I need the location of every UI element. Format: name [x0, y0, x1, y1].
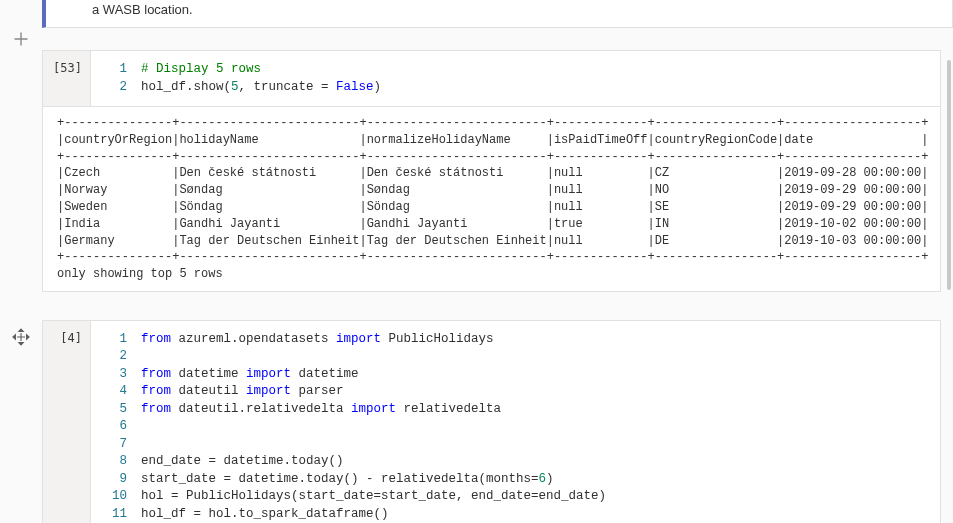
- info-banner: a WASB location.: [42, 0, 953, 28]
- code-content[interactable]: from datetime import datetime: [141, 366, 359, 384]
- code-line[interactable]: 4from dateutil import parser: [103, 383, 928, 401]
- code-line[interactable]: 7: [103, 436, 928, 454]
- add-cell-above[interactable]: [0, 28, 953, 50]
- scrollbar[interactable]: [947, 60, 951, 290]
- line-number: 6: [103, 418, 127, 436]
- code-content[interactable]: from dateutil import parser: [141, 383, 344, 401]
- line-number: 10: [103, 488, 127, 506]
- line-number: 9: [103, 471, 127, 489]
- line-number: 1: [103, 331, 127, 349]
- code-cell[interactable]: [53] 1# Display 5 rows2hol_df.show(5, tr…: [42, 50, 941, 107]
- code-line[interactable]: 1from azureml.opendatasets import Public…: [103, 331, 928, 349]
- code-line[interactable]: 1# Display 5 rows: [103, 61, 928, 79]
- line-number: 11: [103, 506, 127, 523]
- line-number: 5: [103, 401, 127, 419]
- code-content[interactable]: hol = PublicHolidays(start_date=start_da…: [141, 488, 606, 506]
- line-number: 4: [103, 383, 127, 401]
- line-number: 2: [103, 79, 127, 97]
- code-content[interactable]: # Display 5 rows: [141, 61, 261, 79]
- code-line[interactable]: 2: [103, 348, 928, 366]
- line-number: 1: [103, 61, 127, 79]
- code-content[interactable]: hol_df.show(5, truncate = False): [141, 79, 381, 97]
- move-handle-icon[interactable]: [12, 328, 30, 349]
- info-text: a WASB location.: [92, 2, 193, 17]
- code-line[interactable]: 11hol_df = hol.to_spark_dataframe(): [103, 506, 928, 523]
- cell-output: +---------------+-----------------------…: [42, 107, 941, 292]
- line-number: 8: [103, 453, 127, 471]
- code-line[interactable]: 10hol = PublicHolidays(start_date=start_…: [103, 488, 928, 506]
- code-content[interactable]: from azureml.opendatasets import PublicH…: [141, 331, 494, 349]
- code-line[interactable]: 2hol_df.show(5, truncate = False): [103, 79, 928, 97]
- code-line[interactable]: 5from dateutil.relativedelta import rela…: [103, 401, 928, 419]
- line-number: 3: [103, 366, 127, 384]
- execution-count: [53]: [43, 51, 91, 106]
- line-number: 7: [103, 436, 127, 454]
- execution-count: [4]: [43, 321, 91, 523]
- code-line[interactable]: 9start_date = datetime.today() - relativ…: [103, 471, 928, 489]
- code-content[interactable]: end_date = datetime.today(): [141, 453, 344, 471]
- code-editor[interactable]: 1# Display 5 rows2hol_df.show(5, truncat…: [91, 51, 940, 106]
- code-content[interactable]: from dateutil.relativedelta import relat…: [141, 401, 501, 419]
- code-content[interactable]: start_date = datetime.today() - relative…: [141, 471, 554, 489]
- code-line[interactable]: 6: [103, 418, 928, 436]
- code-content[interactable]: hol_df = hol.to_spark_dataframe(): [141, 506, 389, 523]
- code-editor[interactable]: 1from azureml.opendatasets import Public…: [91, 321, 940, 523]
- line-number: 2: [103, 348, 127, 366]
- code-line[interactable]: 8end_date = datetime.today(): [103, 453, 928, 471]
- code-cell[interactable]: [4] 1from azureml.opendatasets import Pu…: [42, 320, 941, 523]
- code-line[interactable]: 3from datetime import datetime: [103, 366, 928, 384]
- plus-icon: [14, 32, 28, 46]
